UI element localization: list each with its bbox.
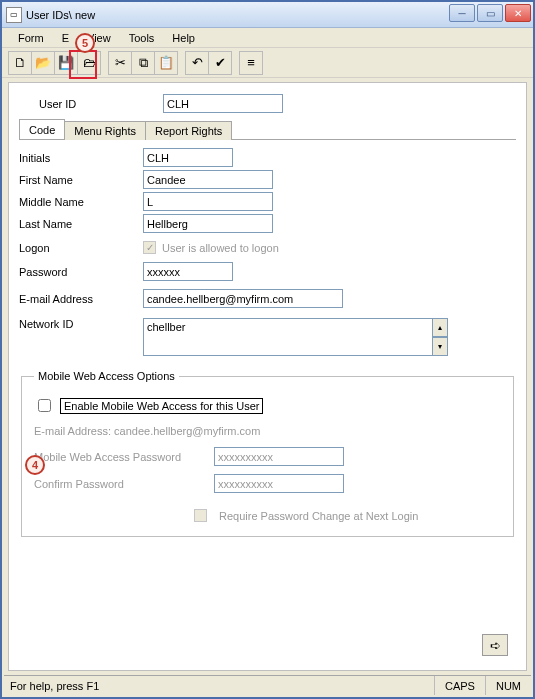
next-arrow-button[interactable]: ➪ [482,634,508,656]
middlename-input[interactable] [143,192,273,211]
network-input[interactable] [143,318,433,356]
tab-menu-rights[interactable]: Menu Rights [64,121,146,140]
logon-checkbox: ✓ [143,241,156,254]
maximize-button[interactable]: ▭ [477,4,503,22]
cut-button[interactable]: ✂ [108,51,132,75]
paste-button[interactable]: 📋 [154,51,178,75]
menu-tools[interactable]: Tools [121,30,163,46]
status-caps: CAPS [434,676,485,695]
save-button[interactable]: 💾 [54,51,78,75]
require-change-checkbox [194,509,207,522]
copy-button[interactable]: ⧉ [131,51,155,75]
window-title: User IDs\ new [26,9,95,21]
password-label: Password [19,266,143,278]
mwa-legend: Mobile Web Access Options [34,370,179,382]
menu-help[interactable]: Help [164,30,203,46]
userid-label: User ID [39,98,163,110]
middlename-label: Middle Name [19,196,143,208]
network-scroll-up[interactable]: ▴ [432,318,448,337]
initials-label: Initials [19,152,143,164]
initials-input[interactable] [143,148,233,167]
content-panel: User ID Code Menu Rights Report Rights I… [8,82,527,671]
require-change-label: Require Password Change at Next Login [219,510,418,522]
callout-5: 5 [75,33,95,53]
mwa-password-input [214,447,344,466]
logon-label: Logon [19,242,143,254]
callout-4: 4 [25,455,45,475]
userid-input[interactable] [163,94,283,113]
mwa-password-label: Mobile Web Access Password [34,451,214,463]
firstname-label: First Name [19,174,143,186]
undo-button[interactable]: ↶ [185,51,209,75]
mwa-fieldset: Mobile Web Access Options Enable Mobile … [21,370,514,537]
minimize-button[interactable]: ─ [449,4,475,22]
mwa-confirm-input [214,474,344,493]
menu-form[interactable]: Form [10,30,52,46]
email-input[interactable] [143,289,343,308]
enable-mwa-label: Enable Mobile Web Access for this User [60,398,263,414]
app-icon: ▭ [6,7,22,23]
mwa-confirm-label: Confirm Password [34,478,214,490]
status-num: NUM [485,676,531,695]
mwa-email-label: E-mail Address: candee.hellberg@myfirm.c… [34,425,260,437]
email-label: E-mail Address [19,293,143,305]
network-label: Network ID [19,318,143,330]
status-help: For help, press F1 [4,680,434,692]
new-button[interactable]: 🗋 [8,51,32,75]
extra-button[interactable]: ≡ [239,51,263,75]
network-scroll-down[interactable]: ▾ [432,337,448,356]
logon-text: User is allowed to logon [162,242,279,254]
titlebar: ▭ User IDs\ new ─ ▭ ✕ [2,2,533,28]
lastname-label: Last Name [19,218,143,230]
open-button[interactable]: 📂 [31,51,55,75]
enable-mwa-checkbox[interactable] [38,399,51,412]
tab-strip: Code Menu Rights Report Rights [19,119,516,140]
menu-edit[interactable]: E [54,30,77,46]
tab-code[interactable]: Code [19,119,65,139]
statusbar: For help, press F1 CAPS NUM [4,675,531,695]
firstname-input[interactable] [143,170,273,189]
password-input[interactable] [143,262,233,281]
tab-report-rights[interactable]: Report Rights [145,121,232,140]
folder-button[interactable]: 🗁 [77,51,101,75]
close-button[interactable]: ✕ [505,4,531,22]
spellcheck-button[interactable]: ✔ [208,51,232,75]
lastname-input[interactable] [143,214,273,233]
